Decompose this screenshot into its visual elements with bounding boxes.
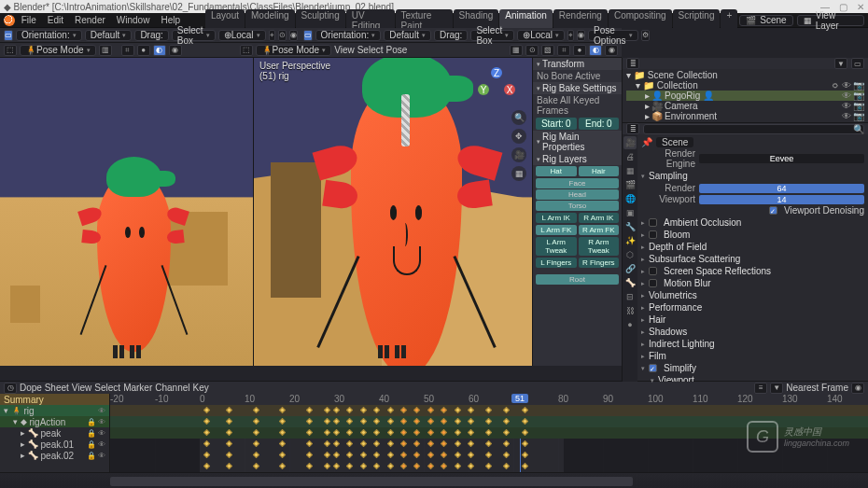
keyframe[interactable] (373, 463, 380, 469)
layer-larmfk[interactable]: L Arm FK (536, 225, 577, 235)
menu-window[interactable]: Window (112, 15, 155, 25)
keyframe[interactable] (522, 440, 528, 447)
keyframe[interactable] (279, 418, 286, 425)
menu-help[interactable]: Help (156, 15, 185, 25)
layer-root[interactable]: Root (536, 274, 619, 285)
keyframe[interactable] (360, 407, 367, 413)
engine-select[interactable]: Eevee (699, 154, 864, 163)
keyframe[interactable] (522, 429, 528, 436)
keyframe[interactable] (387, 440, 394, 447)
keyframe[interactable] (455, 440, 461, 447)
keyframe[interactable] (253, 429, 259, 436)
dope-menu-marker[interactable]: Marker (123, 383, 152, 393)
panel-sss[interactable]: Subsurface Scattering (641, 253, 864, 265)
npanel-rig-layers[interactable]: Rig Layers (533, 153, 622, 165)
keyframe[interactable] (427, 440, 434, 447)
shading-wire-icon-2[interactable]: ⌗ (557, 45, 570, 56)
keyframe[interactable] (373, 440, 380, 447)
propedit-icon-2[interactable]: ◉ (577, 30, 585, 41)
pan-icon[interactable]: ✥ (511, 129, 526, 144)
vp-denoise-chk[interactable] (769, 206, 777, 215)
tab-boneconstraint-icon[interactable]: ⛓ (623, 304, 637, 317)
tab-modifier-icon[interactable]: 🔧 (623, 220, 637, 233)
keyframe[interactable] (522, 407, 528, 413)
keyframe[interactable] (253, 452, 259, 458)
axis-z-icon[interactable]: Z (491, 67, 502, 78)
keyframe[interactable] (279, 452, 286, 458)
keyframe[interactable] (360, 440, 367, 447)
keyframe[interactable] (324, 463, 330, 469)
ch-rig[interactable]: ▾ 🧍 rig👁 (0, 405, 109, 416)
menu-file[interactable]: File (17, 15, 41, 25)
keyframe[interactable] (360, 452, 367, 458)
tab-output-icon[interactable]: 🖨 (623, 150, 637, 163)
panel-film[interactable]: Film (641, 350, 864, 362)
keyframe[interactable] (333, 440, 340, 447)
new-coll-icon[interactable]: ▭ (851, 58, 864, 69)
npanel-transform[interactable]: Transform (533, 58, 622, 70)
keyframe[interactable] (455, 452, 461, 458)
keyframe[interactable] (226, 407, 232, 413)
keyframe[interactable] (485, 452, 492, 458)
keyframe[interactable] (279, 440, 286, 447)
layer-larmtw[interactable]: L Arm Tweak (536, 237, 577, 256)
keyframe[interactable] (203, 463, 210, 469)
props-type-icon[interactable]: ≣ (626, 123, 639, 134)
keyframe[interactable] (306, 463, 313, 469)
keyframe[interactable] (324, 429, 330, 436)
overlay-toggle-icon[interactable]: ⊙ (525, 45, 539, 56)
layer-face[interactable]: Face (536, 178, 619, 188)
keyframe[interactable] (324, 407, 330, 413)
keyframe[interactable] (203, 418, 210, 425)
keyframe[interactable] (455, 418, 461, 425)
keyframe[interactable] (468, 452, 474, 458)
scene-name[interactable]: Scene (656, 137, 693, 147)
keyframe[interactable] (346, 418, 353, 425)
mask-icon[interactable]: ▥ (99, 45, 112, 56)
snap-icon-2[interactable]: ⌖ (567, 30, 574, 41)
keyframe[interactable] (468, 440, 474, 447)
keyframe[interactable] (427, 463, 434, 469)
props-search[interactable] (643, 124, 864, 134)
keyframe[interactable] (485, 418, 492, 425)
keyframe[interactable] (441, 452, 447, 458)
keyframe[interactable] (455, 407, 461, 413)
axis-x-icon[interactable]: X (504, 84, 515, 95)
keyframe[interactable] (203, 440, 210, 447)
keyframe[interactable] (413, 429, 420, 436)
keyframe[interactable] (226, 440, 232, 447)
keyframe[interactable] (485, 463, 492, 469)
keyframe[interactable] (522, 452, 528, 458)
shading-matprev-icon-2[interactable]: ◐ (589, 45, 602, 56)
snap-target-icon[interactable]: ⊙ (278, 30, 287, 41)
keyframe[interactable] (203, 452, 210, 458)
panel-simplify[interactable]: Simplify (641, 362, 864, 374)
keyframe[interactable] (468, 429, 474, 436)
keyframe[interactable] (253, 440, 259, 447)
scrub-bar[interactable] (0, 472, 868, 488)
panel-ssr[interactable]: Screen Space Reflections (641, 265, 864, 277)
keyframe[interactable] (373, 452, 380, 458)
keyframe[interactable] (387, 429, 394, 436)
layer-rarmfk[interactable]: R Arm FK (579, 225, 620, 235)
axis-y-icon[interactable]: Y (478, 84, 489, 95)
keyframe[interactable] (427, 407, 434, 413)
dope-type-icon[interactable]: ◷ (4, 383, 17, 394)
tab-particles-icon[interactable]: ✨ (623, 234, 637, 247)
drag-select-2[interactable]: Select Box (470, 30, 514, 41)
tab-material-icon[interactable]: ● (623, 318, 637, 331)
keyframe[interactable] (333, 418, 340, 425)
menu-edit[interactable]: Edit (43, 15, 68, 25)
keyframe[interactable] (226, 463, 232, 469)
keyframe[interactable] (373, 429, 380, 436)
keyframe[interactable] (306, 429, 313, 436)
bake-all-chk[interactable]: Bake All Keyed Frames (537, 95, 599, 116)
tree-pogorig[interactable]: ▸ 👤 PogoRig 👤👁📷 (626, 91, 864, 101)
keyframe[interactable] (373, 407, 380, 413)
ch-bone-2[interactable]: ▸ 🦴 peak.02🔒 👁 (0, 450, 109, 461)
keyframe[interactable] (468, 418, 474, 425)
keyframe[interactable] (441, 429, 447, 436)
keyframe[interactable] (346, 407, 353, 413)
render-samples[interactable]: 64 (699, 184, 864, 193)
keyframe[interactable] (203, 407, 210, 413)
